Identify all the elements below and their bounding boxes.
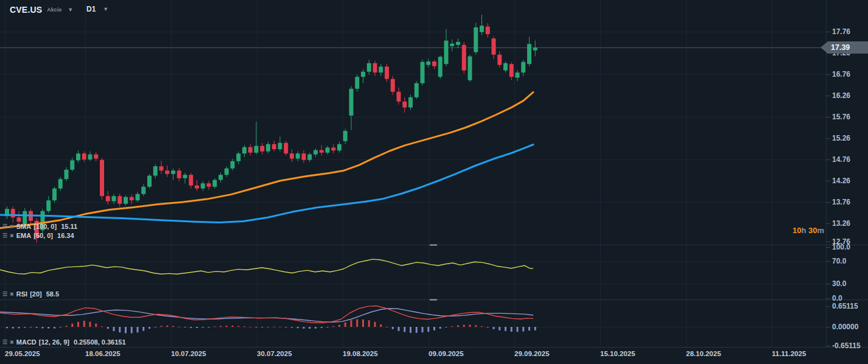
- macd-histogram-bar: [214, 326, 215, 327]
- macd-histogram-bar: [196, 327, 198, 328]
- price-axis-label: 13.26: [832, 219, 850, 228]
- macd-histogram-bar: [315, 327, 317, 329]
- candle: [207, 183, 211, 187]
- countdown-hours-unit: h: [801, 226, 806, 235]
- candle: [189, 175, 193, 186]
- time-axis-label: 29.05.2025: [5, 350, 40, 357]
- candle: [385, 66, 389, 79]
- indicator-settings-icon[interactable]: ☰: [2, 224, 7, 229]
- macd-histogram-bar: [142, 327, 144, 331]
- macd-histogram-bar: [374, 322, 376, 327]
- candle: [195, 186, 199, 189]
- candle: [361, 72, 365, 77]
- macd-histogram-bar: [469, 324, 471, 327]
- candle: [130, 197, 134, 201]
- indicator-row-macd: ☰ ✖ MACD [12, 26, 9] 0.25508, 0.36151: [2, 338, 126, 346]
- time-axis-label: 11.11.2025: [772, 350, 807, 357]
- macd-histogram-bar: [291, 327, 293, 327]
- candle: [290, 153, 294, 158]
- instrument-type-label: Akcie: [47, 7, 61, 13]
- macd-histogram-bar: [125, 327, 127, 333]
- price-axis-label: 14.26: [832, 177, 850, 185]
- candle: [236, 153, 240, 161]
- candle: [165, 170, 169, 174]
- indicator-name: RSI: [16, 290, 27, 298]
- candle: [225, 169, 229, 175]
- candlestick-chart-canvas[interactable]: 17.7617.2616.7616.2615.7615.2614.7614.26…: [0, 0, 868, 364]
- indicator-row-rsi: ☰ ✖ RSI [20] 58.5: [2, 290, 59, 298]
- candle: [231, 161, 235, 169]
- indicator-params: [100, 0]: [33, 223, 57, 230]
- candle: [355, 77, 359, 89]
- time-axis-label: 28.10.2025: [686, 350, 721, 357]
- countdown-minutes-unit: m: [817, 226, 824, 235]
- macd-histogram-bar: [220, 326, 222, 327]
- indicator-value: 58.5: [46, 290, 59, 298]
- price-axis-label: 13.76: [832, 198, 850, 206]
- macd-histogram-bar: [398, 327, 400, 331]
- macd-histogram-bar: [18, 327, 20, 328]
- macd-histogram-bar: [475, 325, 477, 327]
- macd-histogram-bar: [131, 327, 133, 333]
- macd-histogram-bar: [6, 327, 8, 328]
- macd-histogram-bar: [155, 327, 156, 327]
- macd-histogram-bar: [178, 327, 180, 327]
- time-axis-label: 19.08.2025: [343, 350, 378, 357]
- candle: [117, 196, 122, 204]
- macd-histogram-bar: [446, 327, 447, 327]
- indicator-settings-icon[interactable]: ☰: [2, 340, 7, 345]
- macd-histogram-bar: [386, 327, 388, 327]
- indicator-params: [20]: [30, 290, 42, 298]
- price-axis-label: 15.26: [832, 134, 850, 142]
- candle: [171, 170, 175, 174]
- candle: [331, 147, 335, 150]
- candle: [58, 179, 63, 188]
- macd-histogram-bar: [273, 327, 275, 327]
- macd-histogram-bar: [202, 327, 204, 327]
- macd-histogram-bar: [119, 327, 121, 332]
- macd-histogram-bar: [522, 327, 524, 332]
- symbol-selector[interactable]: CVE.US Akcie ▼: [10, 5, 73, 15]
- indicator-settings-icon[interactable]: ☰: [2, 292, 7, 297]
- macd-axis-label: 0.65115: [832, 302, 858, 310]
- price-axis-label: 15.76: [832, 113, 850, 121]
- time-axis-label: 30.07.2025: [257, 350, 292, 357]
- price-axis-label: 17.76: [832, 27, 850, 36]
- rsi-axis-label: 0.0: [832, 294, 842, 303]
- indicator-remove-icon[interactable]: ✖: [10, 292, 14, 297]
- timeframe-selector[interactable]: D1 ▼: [86, 5, 108, 13]
- macd-axis-label: -0.65115: [832, 341, 861, 350]
- macd-histogram-bar: [237, 326, 239, 327]
- time-axis-label: 10.07.2025: [171, 350, 206, 357]
- macd-histogram-bar: [190, 327, 192, 328]
- macd-histogram-bar: [279, 327, 281, 327]
- indicator-remove-icon[interactable]: ✖: [10, 340, 14, 345]
- candle: [159, 166, 164, 170]
- candle: [141, 187, 145, 194]
- candle: [456, 42, 460, 45]
- indicator-name: SMA: [16, 223, 31, 230]
- indicator-remove-icon[interactable]: ✖: [10, 233, 14, 239]
- macd-axis-label: 0.00000: [832, 323, 859, 331]
- candle: [421, 62, 425, 83]
- candle: [367, 63, 371, 72]
- macd-histogram-bar: [208, 327, 210, 327]
- macd-histogram-bar: [30, 327, 32, 327]
- countdown-minutes: 30: [808, 226, 817, 235]
- indicator-settings-icon[interactable]: ☰: [2, 233, 7, 239]
- macd-histogram-bar: [60, 327, 61, 327]
- candle: [415, 83, 419, 97]
- macd-histogram-bar: [351, 320, 352, 327]
- macd-histogram-bar: [243, 326, 245, 327]
- candle: [106, 196, 110, 201]
- macd-histogram-bar: [12, 327, 14, 329]
- candle: [533, 47, 537, 51]
- macd-histogram-bar: [303, 327, 305, 329]
- candle: [391, 79, 395, 92]
- macd-histogram-bar: [451, 326, 453, 327]
- macd-histogram-bar: [439, 327, 441, 329]
- macd-histogram-bar: [481, 326, 483, 327]
- candle-countdown: 10h 30m: [718, 226, 824, 235]
- indicator-remove-icon[interactable]: ✖: [10, 224, 14, 229]
- macd-histogram-bar: [321, 327, 323, 328]
